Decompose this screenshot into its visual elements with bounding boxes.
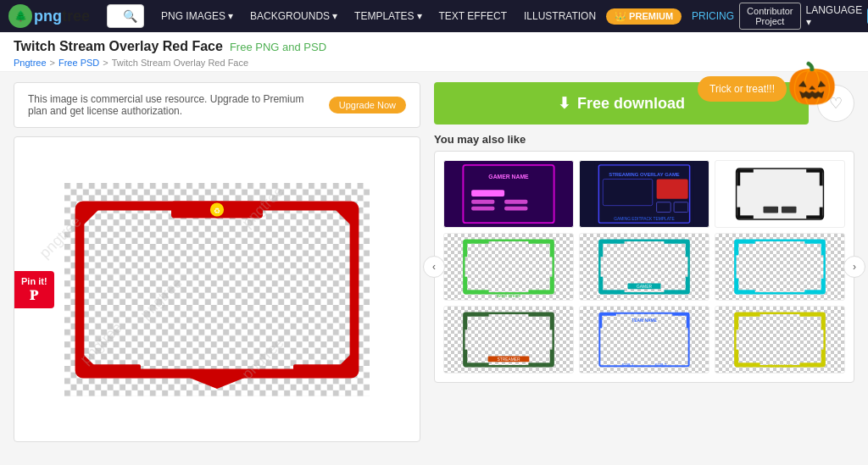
svg-rect-76 (821, 279, 825, 294)
chevron-down-icon: ▾ (228, 10, 233, 22)
download-icon: ⬇ (558, 94, 570, 113)
contributor-button[interactable]: Contributor Project (739, 3, 800, 30)
svg-rect-85 (528, 363, 553, 366)
main-layout: This image is commercial use resource. U… (0, 72, 868, 452)
svg-rect-107 (821, 350, 825, 367)
svg-rect-50 (464, 290, 488, 293)
svg-rect-47 (464, 241, 467, 257)
nav-backgrounds[interactable]: BACKGROUNDS ▾ (243, 10, 344, 22)
preview-image: ♻ (64, 183, 370, 396)
logo[interactable]: 🌲 pngtree (8, 4, 90, 28)
svg-text:GAMER: GAMER (637, 285, 652, 289)
svg-rect-51 (464, 277, 467, 294)
svg-rect-64 (686, 277, 689, 294)
thumbnail-item[interactable]: STREAMER (443, 306, 574, 374)
svg-text:STREAMING OVERLAY GAME: STREAMING OVERLAY GAME (609, 172, 680, 177)
svg-text:GAMING EDITPACK TEMPLATE: GAMING EDITPACK TEMPLATE (614, 217, 675, 221)
svg-rect-98 (731, 307, 830, 373)
nav-templates[interactable]: TEMPLATES ▾ (348, 10, 428, 22)
svg-text:GAMER NAME: GAMER NAME (488, 174, 529, 180)
thumbnail-item[interactable] (715, 160, 845, 228)
nav-pricing[interactable]: PRICING (692, 10, 734, 22)
nav-premium[interactable]: 👑 PREMIUM (606, 8, 682, 25)
svg-rect-74 (735, 279, 738, 294)
svg-rect-45 (464, 241, 553, 293)
info-box: This image is commercial use resource. U… (14, 82, 420, 128)
svg-rect-105 (735, 350, 738, 367)
svg-rect-44 (459, 234, 559, 300)
prev-button[interactable]: ‹ (423, 256, 445, 278)
thumbnail-item[interactable]: TEAM NAME (715, 306, 845, 374)
thumbnail-item[interactable] (715, 233, 845, 301)
pin-label: Pin it! (21, 276, 47, 286)
chevron-down-icon: ▾ (332, 10, 337, 22)
logo-tree: tree (62, 8, 90, 25)
chevron-down-icon: ▾ (806, 16, 811, 28)
svg-rect-57 (599, 241, 624, 244)
svg-rect-104 (735, 363, 760, 366)
svg-rect-101 (735, 313, 738, 330)
thumbnail-item[interactable]: twitch stream (443, 233, 574, 301)
svg-rect-21 (504, 207, 527, 211)
page-title-row: Twitch Stream Overlay Red Face Free PNG … (14, 39, 854, 54)
halloween-image: 🎃 (787, 64, 854, 114)
svg-rect-93 (599, 313, 602, 329)
halloween-promo: Trick or treat!!! 🎃 (698, 64, 854, 114)
upgrade-button[interactable]: Upgrade Now (329, 97, 406, 113)
svg-rect-72 (821, 241, 825, 256)
svg-rect-53 (550, 277, 554, 294)
nav-right: PRICING Contributor Project LANGUAGE ▾ L… (692, 3, 868, 30)
svg-rect-46 (464, 241, 488, 244)
svg-rect-17 (471, 190, 504, 197)
thumbnail-item[interactable]: GAMER (579, 233, 709, 301)
svg-rect-102 (799, 313, 824, 317)
breadcrumb-free-psd[interactable]: Free PSD (58, 58, 99, 68)
svg-rect-61 (599, 290, 624, 293)
pin-button[interactable]: Pin it! 𝐏 (14, 271, 54, 308)
search-icon: 🔍 (123, 9, 137, 23)
page-title: Twitch Stream Overlay Red Face (14, 39, 223, 54)
svg-rect-83 (464, 363, 488, 366)
left-panel: This image is commercial use resource. U… (14, 82, 420, 442)
svg-rect-18 (471, 200, 494, 204)
svg-rect-48 (528, 241, 553, 244)
thumbnail-item[interactable]: TEAM NAME SUB 1 SUB 2 (579, 306, 709, 374)
svg-rect-86 (550, 350, 554, 367)
nav-png-images[interactable]: PNG IMAGES ▾ (154, 10, 240, 22)
svg-text:SUB 1: SUB 1 (621, 363, 633, 368)
breadcrumb-current: Twitch Stream Overlay Red Face (112, 58, 248, 68)
thumbnail-item[interactable]: STREAMING OVERLAY GAME GAMING EDITPACK T… (579, 160, 709, 228)
svg-rect-20 (504, 200, 527, 204)
halloween-button[interactable]: Trick or treat!!! (698, 76, 787, 102)
svg-rect-82 (550, 313, 554, 330)
svg-rect-81 (528, 313, 553, 317)
pinterest-icon: 𝐏 (30, 288, 38, 303)
thumbnails-wrapper: ‹ › GAMER NAME (434, 151, 854, 383)
next-button[interactable]: › (843, 256, 865, 278)
breadcrumb-pngtree[interactable]: Pngtree (14, 58, 47, 68)
svg-rect-26 (657, 179, 688, 198)
svg-rect-39 (737, 208, 740, 219)
svg-text:SUB 2: SUB 2 (654, 363, 666, 368)
svg-rect-49 (550, 241, 554, 257)
svg-rect-35 (737, 169, 740, 186)
nav-text-effect[interactable]: TEXT EFFECT (432, 10, 514, 22)
svg-rect-77 (459, 307, 559, 373)
search-bar: 🔍 (107, 4, 144, 28)
right-panel: ⬇ Free download ♡ You may also like ‹ › (434, 82, 854, 442)
thumbnail-item[interactable]: GAMER NAME (443, 160, 574, 228)
svg-rect-19 (471, 207, 494, 211)
svg-rect-62 (599, 277, 603, 294)
page-title-sub: Free PNG and PSD (230, 41, 326, 53)
svg-rect-52 (528, 290, 553, 293)
nav-illustration[interactable]: ILLUSTRATION (517, 10, 603, 22)
svg-rect-37 (820, 169, 823, 186)
svg-text:twitch stream: twitch stream (497, 294, 521, 298)
navbar: 🌲 pngtree 🔍 PNG IMAGES ▾ BACKGROUNDS ▾ T… (0, 0, 868, 32)
logo-text: pngtree (34, 8, 90, 25)
image-preview: Pin it! 𝐏 pngtree pngtree pngtree pngtre… (14, 136, 420, 442)
nav-language[interactable]: LANGUAGE ▾ (806, 4, 863, 28)
svg-rect-103 (821, 313, 825, 330)
related-section: You may also like ‹ › (434, 133, 854, 383)
logo-icon: 🌲 (8, 4, 32, 28)
